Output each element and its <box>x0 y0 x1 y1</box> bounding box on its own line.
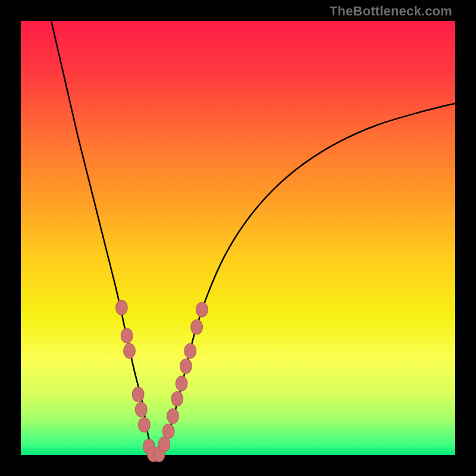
data-marker <box>180 359 192 374</box>
curve-markers <box>116 300 208 462</box>
data-marker <box>196 302 208 317</box>
chart-stage: TheBottleneck.com <box>0 0 476 476</box>
data-marker <box>121 328 133 343</box>
bottleneck-curve <box>51 21 455 455</box>
data-marker <box>116 300 128 315</box>
data-marker <box>138 417 150 432</box>
data-marker <box>124 343 136 358</box>
data-marker <box>158 437 170 452</box>
data-marker <box>135 402 147 417</box>
data-marker <box>184 343 196 358</box>
data-marker <box>176 376 187 391</box>
data-marker <box>167 409 179 424</box>
chart-curve-layer <box>21 21 455 455</box>
data-marker <box>162 424 174 439</box>
data-marker <box>191 320 203 334</box>
data-marker <box>171 392 183 406</box>
plot-area <box>21 21 455 455</box>
data-marker <box>132 387 144 402</box>
watermark-text: TheBottleneck.com <box>330 4 452 19</box>
